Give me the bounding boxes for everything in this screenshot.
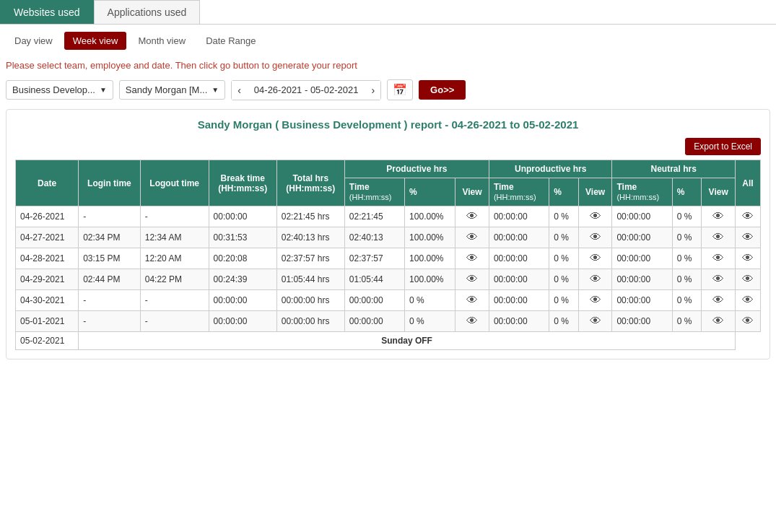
- view-month[interactable]: Month view: [129, 32, 194, 50]
- eye-icon[interactable]: 👁: [740, 252, 756, 265]
- eye-icon[interactable]: 👁: [740, 273, 756, 286]
- cell-unprod-pct: 0 %: [549, 227, 579, 248]
- cell-login: -: [79, 311, 141, 332]
- col-neutral-view: View: [702, 178, 736, 206]
- cell-unprod-view[interactable]: 👁: [578, 206, 612, 227]
- cell-unprod-time: 00:00:00: [489, 248, 549, 269]
- cell-neutral-time: 00:00:00: [612, 290, 672, 311]
- prev-date-button[interactable]: ‹: [232, 81, 247, 100]
- cell-all-view[interactable]: 👁: [735, 206, 760, 227]
- employee-dropdown[interactable]: Sandy Morgan [M... ▼: [119, 80, 225, 100]
- cell-unprod-view[interactable]: 👁: [578, 290, 612, 311]
- col-prod-pct: %: [405, 178, 455, 206]
- cell-prod-pct: 100.00%: [405, 248, 455, 269]
- eye-icon[interactable]: 👁: [460, 294, 484, 307]
- cell-unprod-view[interactable]: 👁: [578, 311, 612, 332]
- cell-all-view[interactable]: 👁: [735, 290, 760, 311]
- cell-unprod-pct: 0 %: [549, 248, 579, 269]
- cell-prod-view[interactable]: 👁: [455, 269, 489, 290]
- cell-break: 00:20:08: [209, 248, 276, 269]
- cell-neutral-pct: 0 %: [672, 248, 702, 269]
- tab-applications[interactable]: Applications used: [94, 0, 201, 24]
- eye-icon[interactable]: 👁: [460, 252, 484, 265]
- cell-date: 04-27-2021: [16, 227, 79, 248]
- cell-date: 04-26-2021: [16, 206, 79, 227]
- report-title: Sandy Morgan ( Business Development ) re…: [15, 118, 761, 131]
- go-button[interactable]: Go>>: [419, 80, 466, 100]
- eye-icon[interactable]: 👁: [460, 231, 484, 244]
- team-dropdown[interactable]: Business Develop... ▼: [6, 80, 113, 100]
- eye-icon[interactable]: 👁: [460, 210, 484, 223]
- cell-unprod-view[interactable]: 👁: [578, 248, 612, 269]
- cell-unprod-view[interactable]: 👁: [578, 269, 612, 290]
- cell-total: 00:00:00 hrs: [276, 311, 344, 332]
- cell-neutral-time: 00:00:00: [612, 227, 672, 248]
- eye-icon[interactable]: 👁: [583, 231, 608, 244]
- cell-total: 01:05:44 hrs: [276, 269, 344, 290]
- cell-unprod-view[interactable]: 👁: [578, 227, 612, 248]
- tabs-bar: Websites used Applications used: [0, 0, 776, 25]
- cell-neutral-view[interactable]: 👁: [702, 227, 736, 248]
- eye-icon[interactable]: 👁: [460, 315, 484, 328]
- cell-total: 00:00:00 hrs: [276, 290, 344, 311]
- eye-icon[interactable]: 👁: [706, 294, 731, 307]
- cell-date: 04-29-2021: [16, 269, 79, 290]
- cell-neutral-view[interactable]: 👁: [702, 290, 736, 311]
- cell-break: 00:24:39: [209, 269, 276, 290]
- cell-prod-pct: 100.00%: [405, 206, 455, 227]
- cell-all-view[interactable]: 👁: [735, 227, 760, 248]
- cell-date: 05-02-2021: [16, 332, 79, 350]
- cell-logout: -: [140, 290, 209, 311]
- cell-neutral-view[interactable]: 👁: [702, 269, 736, 290]
- tab-websites[interactable]: Websites used: [0, 0, 94, 24]
- cell-prod-view[interactable]: 👁: [455, 248, 489, 269]
- cell-login: -: [79, 206, 141, 227]
- export-excel-button[interactable]: Export to Excel: [685, 138, 761, 155]
- cell-prod-view[interactable]: 👁: [455, 311, 489, 332]
- cell-date: 04-28-2021: [16, 248, 79, 269]
- eye-icon[interactable]: 👁: [706, 315, 731, 328]
- cell-total: 02:37:57 hrs: [276, 248, 344, 269]
- eye-icon[interactable]: 👁: [583, 210, 608, 223]
- eye-icon[interactable]: 👁: [740, 315, 756, 328]
- view-week[interactable]: Week view: [64, 32, 127, 50]
- eye-icon[interactable]: 👁: [583, 315, 608, 328]
- cell-prod-view[interactable]: 👁: [455, 206, 489, 227]
- cell-prod-time: 02:40:13: [344, 227, 404, 248]
- cell-prod-view[interactable]: 👁: [455, 290, 489, 311]
- eye-icon[interactable]: 👁: [583, 252, 608, 265]
- col-neutral-time: Time(HH:mm:ss): [612, 178, 672, 206]
- cell-all-view[interactable]: 👁: [735, 311, 760, 332]
- controls-row: Business Develop... ▼ Sandy Morgan [M...…: [0, 77, 776, 109]
- cell-neutral-pct: 0 %: [672, 311, 702, 332]
- export-row: Export to Excel: [15, 138, 761, 155]
- view-daterange[interactable]: Date Range: [197, 32, 264, 50]
- cell-prod-pct: 100.00%: [405, 227, 455, 248]
- eye-icon[interactable]: 👁: [740, 231, 756, 244]
- cell-login: 02:34 PM: [79, 227, 141, 248]
- cell-unprod-pct: 0 %: [549, 290, 579, 311]
- eye-icon[interactable]: 👁: [706, 210, 731, 223]
- cell-all-view[interactable]: 👁: [735, 269, 760, 290]
- eye-icon[interactable]: 👁: [706, 273, 731, 286]
- report-card: Sandy Morgan ( Business Development ) re…: [6, 109, 770, 359]
- next-date-button[interactable]: ›: [365, 81, 380, 100]
- eye-icon[interactable]: 👁: [706, 231, 731, 244]
- cell-neutral-view[interactable]: 👁: [702, 206, 736, 227]
- col-all: All: [735, 160, 760, 206]
- eye-icon[interactable]: 👁: [706, 252, 731, 265]
- eye-icon[interactable]: 👁: [583, 273, 608, 286]
- eye-icon[interactable]: 👁: [740, 294, 756, 307]
- col-prod-time: Time(HH:mm:ss): [344, 178, 404, 206]
- cell-all-view[interactable]: 👁: [735, 248, 760, 269]
- cell-neutral-view[interactable]: 👁: [702, 248, 736, 269]
- cell-neutral-view[interactable]: 👁: [702, 311, 736, 332]
- cell-login: 02:44 PM: [79, 269, 141, 290]
- cell-date: 04-30-2021: [16, 290, 79, 311]
- calendar-icon[interactable]: 📅: [387, 79, 413, 100]
- eye-icon[interactable]: 👁: [583, 294, 608, 307]
- eye-icon[interactable]: 👁: [740, 210, 756, 223]
- cell-prod-view[interactable]: 👁: [455, 227, 489, 248]
- eye-icon[interactable]: 👁: [460, 273, 484, 286]
- view-day[interactable]: Day view: [6, 32, 61, 50]
